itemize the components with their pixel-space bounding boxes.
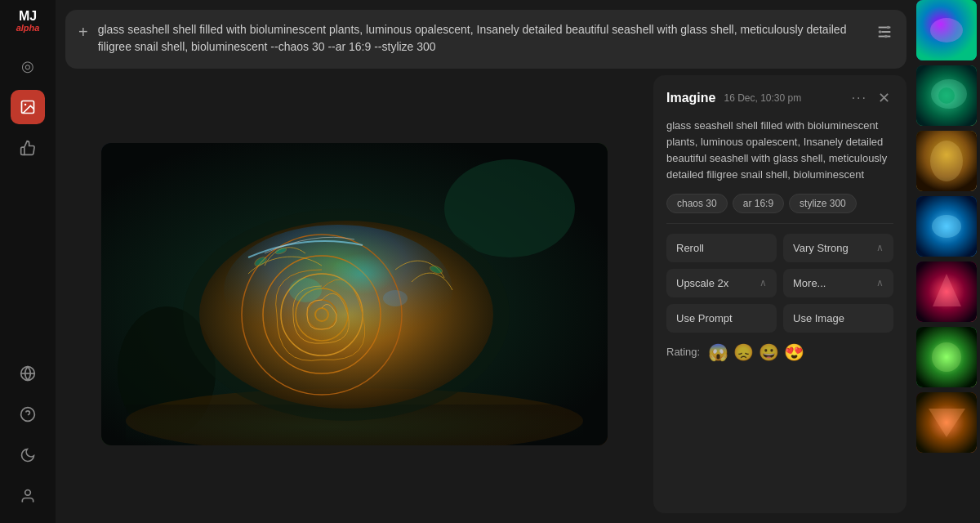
detail-title: Imagine	[666, 91, 715, 105]
upscale-chevron: ∧	[760, 277, 767, 288]
svg-point-10	[879, 30, 882, 34]
action-grid: Reroll Vary Strong ∧ Upscale 2x ∧ More..…	[666, 234, 893, 333]
tag-ar: ar 16:9	[733, 194, 784, 213]
tag-stylize: stylize 300	[789, 194, 857, 213]
logo-text: MJ	[19, 10, 37, 23]
svg-point-45	[932, 342, 961, 372]
detail-tags: chaos 30 ar 16:9 stylize 300	[666, 194, 893, 213]
detail-panel: Imagine 16 Dec, 10:30 pm ··· ✕ glass sea…	[653, 75, 906, 513]
svg-point-39	[930, 141, 963, 181]
divider-1	[666, 223, 893, 224]
reroll-label: Reroll	[676, 242, 767, 254]
detail-date: 16 Dec, 10:30 pm	[724, 92, 801, 104]
sidebar-item-profile[interactable]	[11, 479, 45, 513]
strip-thumb-4[interactable]	[916, 196, 977, 257]
upscale-2x-label: Upscale 2x	[676, 277, 755, 289]
rating-row: Rating: 😱 😞 😀 😍	[666, 342, 893, 362]
svg-point-34	[930, 18, 963, 42]
svg-point-37	[938, 87, 955, 104]
strip-thumb-2[interactable]	[916, 65, 977, 126]
detail-title-row: Imagine 16 Dec, 10:30 pm	[666, 91, 801, 105]
more-button[interactable]: More... ∧	[783, 269, 893, 297]
main-content: + glass seashell shell filled with biolu…	[56, 0, 916, 523]
logo-version: alpha	[16, 23, 40, 33]
prompt-add-icon[interactable]: +	[78, 23, 88, 42]
upscale-2x-button[interactable]: Upscale 2x ∧	[666, 269, 777, 297]
detail-close-button[interactable]: ✕	[874, 88, 893, 108]
app-logo: MJ alpha	[16, 10, 40, 33]
strip-thumb-7[interactable]	[916, 392, 977, 453]
use-image-button[interactable]: Use Image	[783, 304, 893, 333]
rating-label: Rating:	[666, 346, 700, 358]
strip-thumb-1[interactable]	[916, 0, 977, 60]
sidebar: MJ alpha ◎	[0, 0, 56, 523]
rating-great[interactable]: 😍	[784, 342, 804, 362]
strip-thumb-3[interactable]	[916, 131, 977, 191]
tag-chaos: chaos 30	[666, 194, 728, 213]
rating-emojis: 😱 😞 😀 😍	[708, 342, 804, 362]
prompt-settings-icon[interactable]	[875, 23, 893, 45]
detail-header: Imagine 16 Dec, 10:30 pm ··· ✕	[666, 88, 893, 108]
svg-point-31	[289, 278, 322, 302]
svg-point-32	[383, 290, 408, 306]
vary-strong-chevron: ∧	[876, 242, 884, 253]
content-area: Imagine 16 Dec, 10:30 pm ··· ✕ glass sea…	[56, 75, 916, 523]
rating-terrible[interactable]: 😱	[708, 342, 728, 362]
main-image[interactable]	[101, 143, 608, 445]
more-label: More...	[793, 277, 871, 289]
sidebar-item-help[interactable]	[11, 397, 45, 431]
detail-more-button[interactable]: ···	[852, 91, 867, 105]
strip-thumb-5[interactable]	[916, 262, 977, 322]
use-prompt-button[interactable]: Use Prompt	[666, 304, 777, 333]
image-panel	[65, 75, 644, 513]
reroll-button[interactable]: Reroll	[666, 234, 777, 262]
vary-strong-label: Vary Strong	[793, 242, 871, 254]
prompt-bar: + glass seashell shell filled with biolu…	[65, 10, 906, 69]
use-image-label: Use Image	[793, 312, 884, 324]
sidebar-item-image[interactable]	[11, 90, 45, 124]
svg-point-20	[224, 225, 452, 355]
svg-point-12	[884, 35, 888, 38]
rating-bad[interactable]: 😞	[733, 342, 754, 362]
sidebar-item-darkmode[interactable]	[11, 438, 45, 472]
prompt-text: glass seashell shell filled with biolumi…	[98, 21, 866, 56]
image-strip	[916, 0, 980, 523]
detail-header-actions: ··· ✕	[852, 88, 893, 108]
svg-point-41	[932, 215, 961, 238]
detail-description: glass seashell shell filled with biolumi…	[666, 118, 893, 184]
svg-point-30	[330, 253, 395, 294]
svg-point-1	[24, 104, 26, 105]
sidebar-item-globe[interactable]	[11, 356, 45, 391]
vary-strong-button[interactable]: Vary Strong ∧	[783, 234, 893, 262]
svg-point-11	[887, 26, 890, 29]
rating-good[interactable]: 😀	[759, 342, 779, 362]
sidebar-item-compass[interactable]: ◎	[11, 49, 45, 83]
sidebar-item-likes[interactable]	[11, 131, 45, 165]
use-prompt-label: Use Prompt	[676, 312, 767, 324]
svg-point-6	[25, 490, 31, 496]
strip-thumb-6[interactable]	[916, 327, 977, 387]
more-chevron: ∧	[876, 277, 884, 288]
